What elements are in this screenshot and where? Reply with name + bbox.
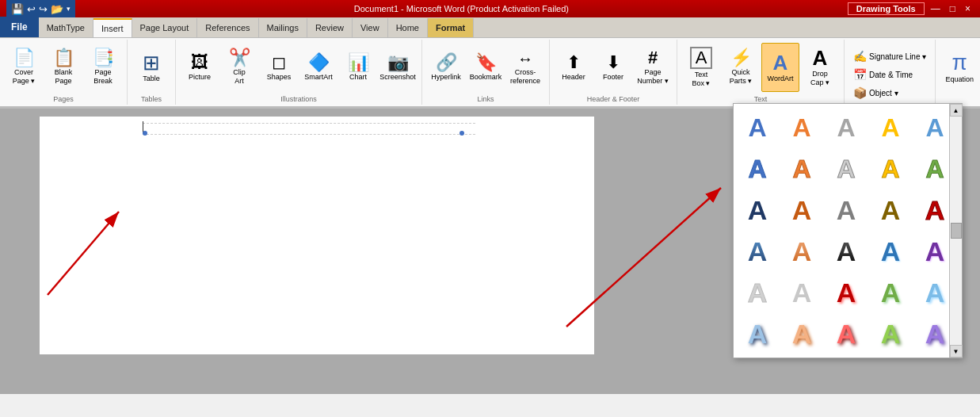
wordart-style-16[interactable]: A xyxy=(738,232,776,270)
text-items: A TextBox ▾ ⚡ QuickParts ▾ A WordArt A D… xyxy=(682,43,839,94)
wordart-style-24[interactable]: A xyxy=(871,274,909,312)
crossref-button[interactable]: ↔ Cross-reference xyxy=(506,43,544,92)
wordart-style-13[interactable]: A xyxy=(827,191,865,229)
dropdown-icon[interactable]: ▾ xyxy=(67,5,71,13)
equation-button[interactable]: π Equation xyxy=(940,43,978,92)
pages-items: 📄 CoverPage ▾ 📋 BlankPage 📑 PageBreak xyxy=(5,43,122,94)
wordart-style-26[interactable]: A xyxy=(738,315,776,353)
pagenumber-icon: # xyxy=(648,49,658,67)
save-icon[interactable]: 💾 xyxy=(11,3,24,15)
object-button[interactable]: 📦 Object ▾ xyxy=(849,84,930,101)
quickparts-icon: ⚡ xyxy=(730,49,752,67)
bookmark-label: Bookmark xyxy=(470,73,502,82)
wordart-style-27[interactable]: A xyxy=(783,315,821,353)
wordart-style-21[interactable]: A xyxy=(738,274,776,312)
table-button[interactable]: ⊞ Table xyxy=(132,43,170,92)
pagenumber-button[interactable]: # PageNumber ▾ xyxy=(634,43,672,92)
wordart-style-9[interactable]: A xyxy=(871,150,909,188)
textbox-icon: A xyxy=(690,47,712,69)
pagebreak-button[interactable]: 📑 PageBreak xyxy=(84,43,122,92)
wordart-style-2[interactable]: A xyxy=(783,109,821,147)
close-btn[interactable]: × xyxy=(962,3,974,14)
pagebreak-icon: 📑 xyxy=(93,49,114,67)
wordart-style-20[interactable]: A xyxy=(916,232,954,270)
header-icon: ⬆ xyxy=(566,54,581,71)
wordart-scroll-up[interactable]: ▲ xyxy=(950,104,963,117)
wordart-style-15[interactable]: A xyxy=(916,191,954,229)
wordart-style-29[interactable]: A xyxy=(871,315,909,353)
wordart-style-7[interactable]: A xyxy=(783,150,821,188)
smartart-button[interactable]: 🔷 SmartArt xyxy=(299,43,337,92)
group-insert-extras: ✍ Signature Line ▾ 📅 Date & Time 📦 Objec… xyxy=(845,40,936,105)
tab-home[interactable]: Home xyxy=(388,18,428,37)
tab-references[interactable]: References xyxy=(197,18,258,37)
wordart-style-17[interactable]: A xyxy=(783,232,821,270)
tab-insert[interactable]: Insert xyxy=(93,18,132,37)
wordart-label: WordArt xyxy=(768,75,794,83)
wordart-style-23[interactable]: A xyxy=(827,274,865,312)
drawing-tools-badge: Drawing Tools xyxy=(848,2,925,15)
wordart-button[interactable]: A WordArt xyxy=(761,43,799,92)
clipart-button[interactable]: ✂️ ClipArt xyxy=(220,43,258,92)
pagebreak-label: PageBreak xyxy=(93,68,112,86)
tab-pagelayout[interactable]: Page Layout xyxy=(132,18,198,37)
wordart-style-10[interactable]: A xyxy=(916,150,954,188)
dropcap-button[interactable]: A DropCap ▾ xyxy=(801,43,839,92)
minimize-btn[interactable]: — xyxy=(928,3,944,14)
blankpage-button[interactable]: 📋 BlankPage xyxy=(44,43,82,92)
object-icon: 📦 xyxy=(853,86,867,99)
picture-button[interactable]: 🖼 Picture xyxy=(181,43,219,92)
coverpage-label: CoverPage ▾ xyxy=(13,68,36,86)
smartart-label: SmartArt xyxy=(304,73,333,82)
footer-icon: ⬇ xyxy=(606,54,620,71)
wordart-style-19[interactable]: A xyxy=(871,232,909,270)
tab-file[interactable]: File xyxy=(0,17,39,37)
quickparts-label: QuickParts ▾ xyxy=(730,68,753,86)
coverpage-button[interactable]: 📄 CoverPage ▾ xyxy=(5,43,43,92)
wordart-style-18[interactable]: A xyxy=(827,232,865,270)
hyperlink-button[interactable]: 🔗 Hyperlink xyxy=(427,43,465,92)
tab-view[interactable]: View xyxy=(353,18,388,37)
header-button[interactable]: ⬆ Header xyxy=(555,43,593,92)
wordart-style-28[interactable]: A xyxy=(827,315,865,353)
wordart-style-5[interactable]: A xyxy=(916,109,954,147)
tab-mailings[interactable]: Mailings xyxy=(259,18,307,37)
datetime-button[interactable]: 📅 Date & Time xyxy=(849,66,930,83)
textbox-button[interactable]: A TextBox ▾ xyxy=(682,43,720,92)
selection-handle-left xyxy=(143,131,147,136)
wordart-scroll-down[interactable]: ▼ xyxy=(950,345,963,358)
wordart-style-14[interactable]: A xyxy=(871,191,909,229)
undo-icon[interactable]: ↩ xyxy=(27,3,36,15)
textbox-label: TextBox ▾ xyxy=(692,71,710,88)
maximize-btn[interactable]: □ xyxy=(947,3,959,14)
picture-icon: 🖼 xyxy=(191,54,208,71)
bookmark-button[interactable]: 🔖 Bookmark xyxy=(467,43,505,92)
tab-format[interactable]: Format xyxy=(428,18,474,37)
blankpage-label: BlankPage xyxy=(55,68,73,86)
wordart-style-11[interactable]: A xyxy=(738,191,776,229)
tab-bar: File MathType Insert Page Layout Referen… xyxy=(0,17,980,38)
tab-mathtype[interactable]: MathType xyxy=(39,18,93,37)
wordart-style-4[interactable]: A xyxy=(871,109,909,147)
wordart-style-1[interactable]: A xyxy=(738,109,776,147)
quickparts-button[interactable]: ⚡ QuickParts ▾ xyxy=(722,43,760,92)
redo-icon[interactable]: ↪ xyxy=(39,3,48,15)
wordart-scrollbar: ▲ ▼ xyxy=(949,104,962,358)
signature-button[interactable]: ✍ Signature Line ▾ xyxy=(849,48,930,65)
wordart-style-30[interactable]: A xyxy=(916,315,954,353)
shapes-button[interactable]: ◻ Shapes xyxy=(260,43,298,92)
wordart-style-3[interactable]: A xyxy=(827,109,865,147)
open-icon[interactable]: 📂 xyxy=(51,3,63,15)
wordart-style-8[interactable]: A xyxy=(827,150,865,188)
wordart-style-25[interactable]: A xyxy=(916,274,954,312)
blankpage-icon: 📋 xyxy=(53,49,74,67)
chart-button[interactable]: 📊 Chart xyxy=(339,43,377,92)
tab-review[interactable]: Review xyxy=(307,18,353,37)
footer-button[interactable]: ⬇ Footer xyxy=(594,43,632,92)
symbols-items: π Equation Ω Symbol xyxy=(940,43,980,103)
wordart-style-12[interactable]: A xyxy=(783,191,821,229)
wordart-style-6[interactable]: A xyxy=(738,150,776,188)
screenshot-button[interactable]: 📷 Screenshot xyxy=(379,43,417,92)
wordart-style-22[interactable]: A xyxy=(783,274,821,312)
wordart-scroll-thumb[interactable] xyxy=(951,223,962,239)
